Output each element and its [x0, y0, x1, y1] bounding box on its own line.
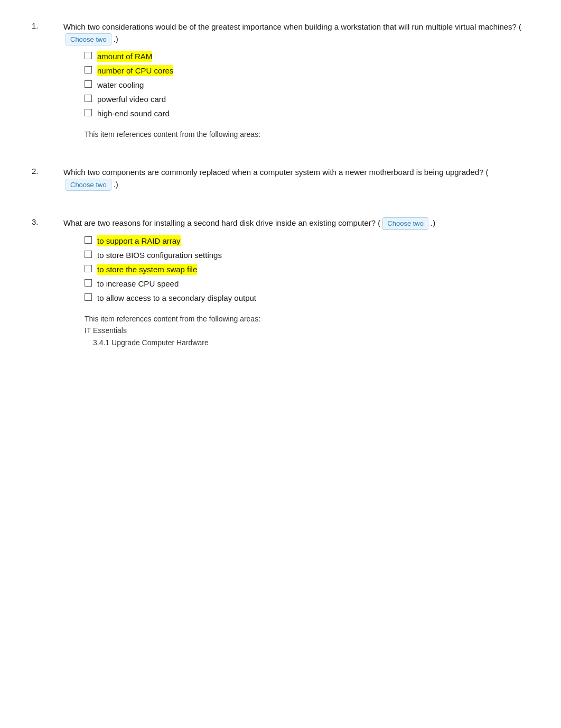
- question-end-3: .): [431, 218, 435, 227]
- option-label-1-4: powerful video card: [97, 94, 166, 105]
- question-text-3: What are two reasons for installing a se…: [63, 217, 529, 230]
- reference-note-1: This item references content from the fo…: [85, 128, 529, 140]
- reference-section-3: 3.4.1 Upgrade Computer Hardware: [93, 337, 529, 348]
- question-body-3: What are two reasons for installing a se…: [63, 218, 380, 227]
- option-label-3-3: to store the system swap file: [97, 264, 197, 275]
- question-item-1: Which two considerations would be of the…: [32, 21, 529, 140]
- question-text-2: Which two components are commonly replac…: [63, 167, 529, 191]
- option-label-3-5: to allow access to a secondary display o…: [97, 292, 256, 303]
- reference-title-3: This item references content from the fo…: [85, 313, 529, 325]
- options-list-1: amount of RAMnumber of CPU coreswater co…: [85, 51, 529, 119]
- reference-note-3: This item references content from the fo…: [85, 313, 529, 348]
- checkbox-icon-3-3[interactable]: [85, 265, 92, 272]
- option-item-1-4[interactable]: powerful video card: [85, 94, 529, 105]
- option-label-1-3: water cooling: [97, 79, 144, 90]
- question-text-1: Which two considerations would be of the…: [63, 21, 529, 45]
- option-label-3-1: to support a RAID array: [97, 235, 181, 246]
- choose-two-badge-1: Choose two: [66, 33, 111, 46]
- option-label-3-4: to increase CPU speed: [97, 278, 179, 289]
- checkbox-icon-1-2[interactable]: [85, 66, 92, 73]
- options-list-3: to support a RAID arrayto store BIOS con…: [85, 235, 529, 303]
- checkbox-icon-3-1[interactable]: [85, 236, 92, 244]
- questions-list: Which two considerations would be of the…: [32, 21, 529, 348]
- question-end-1: .): [114, 34, 118, 43]
- question-end-2: .): [114, 180, 118, 189]
- checkbox-icon-1-4[interactable]: [85, 95, 92, 102]
- checkbox-icon-1-5[interactable]: [85, 109, 92, 116]
- checkbox-icon-3-4[interactable]: [85, 279, 92, 287]
- option-item-3-2[interactable]: to store BIOS configuration settings: [85, 250, 529, 261]
- option-item-3-3[interactable]: to store the system swap file: [85, 264, 529, 275]
- option-label-1-2: number of CPU cores: [97, 65, 173, 76]
- question-body-2: Which two components are commonly replac…: [63, 168, 489, 177]
- checkbox-icon-3-5[interactable]: [85, 293, 92, 301]
- choose-two-badge-3: Choose two: [382, 217, 428, 230]
- question-item-2: Which two components are commonly replac…: [32, 167, 529, 191]
- reference-title-1: This item references content from the fo…: [85, 128, 529, 140]
- reference-area-3: IT Essentials: [85, 325, 529, 336]
- checkbox-icon-1-3[interactable]: [85, 80, 92, 88]
- option-item-1-2[interactable]: number of CPU cores: [85, 65, 529, 76]
- question-body-1: Which two considerations would be of the…: [63, 22, 521, 31]
- option-item-3-4[interactable]: to increase CPU speed: [85, 278, 529, 289]
- choose-two-badge-2: Choose two: [66, 179, 111, 191]
- option-item-1-3[interactable]: water cooling: [85, 79, 529, 90]
- question-item-3: What are two reasons for installing a se…: [32, 217, 529, 348]
- option-item-1-5[interactable]: high-end sound card: [85, 108, 529, 119]
- option-label-3-2: to store BIOS configuration settings: [97, 250, 222, 261]
- option-label-1-1: amount of RAM: [97, 51, 152, 62]
- checkbox-icon-1-1[interactable]: [85, 52, 92, 59]
- option-label-1-5: high-end sound card: [97, 108, 170, 119]
- option-item-3-5[interactable]: to allow access to a secondary display o…: [85, 292, 529, 303]
- option-item-1-1[interactable]: amount of RAM: [85, 51, 529, 62]
- checkbox-icon-3-2[interactable]: [85, 251, 92, 258]
- option-item-3-1[interactable]: to support a RAID array: [85, 235, 529, 246]
